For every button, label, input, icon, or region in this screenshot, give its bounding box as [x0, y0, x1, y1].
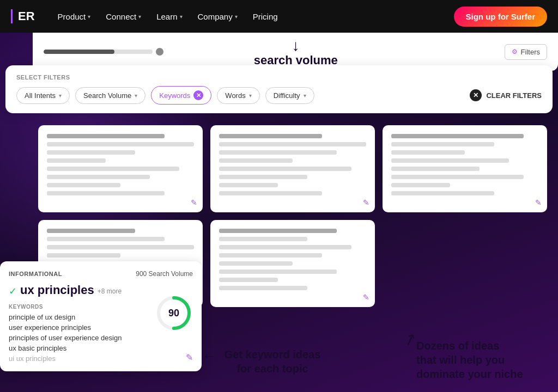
score-circle: 90	[155, 294, 193, 332]
filter-bar: SELECT FILTERS All Intents ▾ Search Volu…	[5, 65, 553, 113]
chevron-down-icon: ▾	[59, 93, 62, 99]
keyword-item-3: ux basic principles	[9, 344, 193, 352]
score-number: 90	[168, 308, 179, 319]
chevron-down-icon: ▾	[180, 14, 183, 20]
chevron-down-icon: ▾	[249, 93, 252, 99]
chevron-down-icon: ▾	[304, 93, 306, 99]
main-area: ⚙ Filters ↓ search volume SELECT FILTERS…	[0, 33, 558, 392]
filter-chips: All Intents ▾ Search Volume ▾ Keywords ✕…	[16, 86, 542, 105]
chip-all-intents[interactable]: All Intents ▾	[16, 87, 70, 104]
search-volume-annotation: ↓ search volume	[254, 38, 338, 68]
chip-keywords[interactable]: Keywords ✕	[151, 86, 211, 105]
nav-item-company[interactable]: Company ▾	[191, 9, 244, 24]
signup-button[interactable]: Sign up for Surfer	[454, 7, 548, 27]
nav-item-product[interactable]: Product ▾	[51, 9, 98, 24]
keyword-item-2: principles of user experience design	[9, 334, 193, 342]
content-card-2: ✎	[210, 125, 375, 212]
panel-search-volume: 900 Search Volume	[136, 270, 193, 278]
chip-search-volume[interactable]: Search Volume ▾	[75, 87, 145, 104]
keyword-ideas-annotation: Get keyword ideasfor each topic	[213, 347, 332, 376]
keyword-item-4: ui ux principles	[9, 354, 193, 363]
clear-filters-button[interactable]: ✕ CLEAR FILTERS	[470, 89, 542, 101]
edit-icon[interactable]: ✎	[535, 198, 542, 207]
check-icon: ✓	[9, 285, 17, 297]
filter-bar-label: SELECT FILTERS	[16, 74, 542, 81]
chevron-down-icon: ▾	[138, 14, 141, 20]
nav-items: Product ▾ Connect ▾ Learn ▾ Company ▾ Pr…	[51, 9, 454, 24]
content-card-5: ✎	[210, 220, 375, 307]
more-badge: +8 more	[98, 287, 122, 295]
nav-item-connect[interactable]: Connect ▾	[99, 9, 148, 24]
nav-item-pricing[interactable]: Pricing	[246, 9, 284, 24]
progress-dot	[156, 48, 163, 56]
arrow-down-icon: ↓	[292, 38, 300, 53]
navbar: ER Product ▾ Connect ▾ Learn ▾ Company ▾…	[0, 0, 558, 33]
content-card-1: ✎	[38, 125, 203, 212]
chip-difficulty[interactable]: Difficulty ▾	[265, 87, 314, 104]
edit-icon[interactable]: ✎	[186, 352, 193, 363]
edit-icon[interactable]: ✎	[363, 293, 369, 302]
filter-icon: ⚙	[512, 48, 518, 56]
nav-item-learn[interactable]: Learn ▾	[150, 9, 189, 24]
filters-button[interactable]: ⚙ Filters	[505, 44, 547, 60]
edit-icon[interactable]: ✎	[363, 198, 369, 207]
dominate-annotation: Dozens of ideasthat will help youdominat…	[416, 339, 542, 381]
chevron-down-icon: ▾	[235, 14, 238, 20]
panel-category: INFORMATIONAL	[9, 271, 62, 277]
panel-title: ux principles	[20, 283, 94, 297]
close-icon: ✕	[470, 89, 482, 101]
panel-header: INFORMATIONAL 900 Search Volume	[9, 270, 193, 278]
close-icon[interactable]: ✕	[193, 90, 203, 100]
nav-logo: ER	[11, 9, 35, 23]
left-panel: INFORMATIONAL 900 Search Volume ✓ ux pri…	[0, 261, 202, 371]
edit-icon[interactable]: ✎	[191, 198, 197, 207]
progress-bar	[44, 50, 153, 54]
chip-words[interactable]: Words ▾	[217, 87, 259, 104]
content-card-3: ✎	[383, 125, 547, 212]
chevron-down-icon: ▾	[88, 14, 90, 20]
progress-bar-fill	[44, 50, 114, 54]
chevron-down-icon: ▾	[135, 93, 137, 99]
